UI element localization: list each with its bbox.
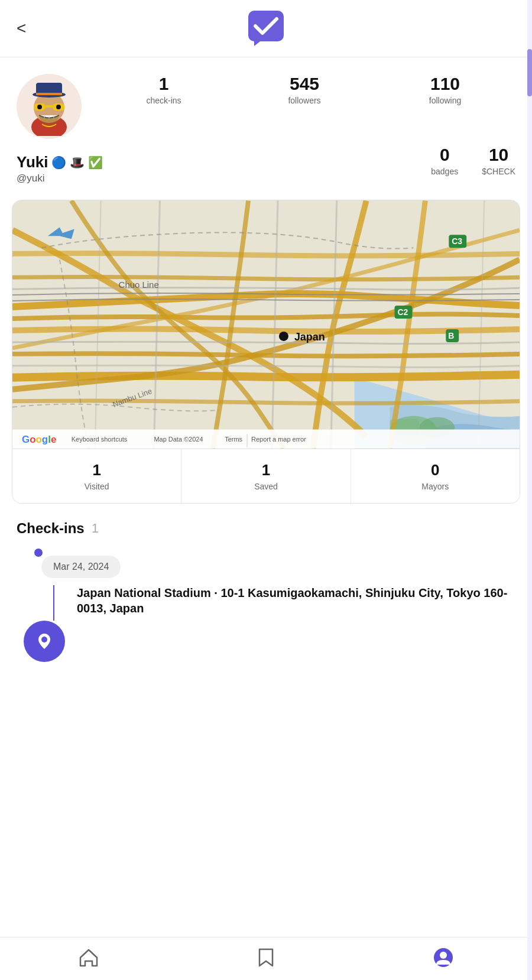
profile-left: Yuki 🔵 🎩 ✅ @yuki xyxy=(17,145,103,184)
checkins-count: 1 xyxy=(92,521,99,536)
stat-checkins[interactable]: 1 check-ins xyxy=(93,74,234,105)
svg-text:Japan: Japan xyxy=(294,331,325,343)
svg-point-40 xyxy=(440,952,447,959)
visited-label: Visited xyxy=(85,482,109,491)
profile-info-row: Yuki 🔵 🎩 ✅ @yuki 0 badges 10 $CHECK xyxy=(17,145,515,184)
checkins-header: Check-ins 1 xyxy=(17,520,515,537)
back-button[interactable]: < xyxy=(17,19,26,38)
profile-name-row: Yuki 🔵 🎩 ✅ xyxy=(17,153,103,171)
svg-rect-9 xyxy=(46,105,53,108)
svg-text:Google: Google xyxy=(22,434,56,445)
stats-grid: 1 check-ins 545 followers 110 following xyxy=(93,74,515,105)
bottom-spacer xyxy=(0,662,532,721)
header: < xyxy=(0,0,532,57)
svg-text:Chuo Line: Chuo Line xyxy=(119,280,159,290)
stat-badges[interactable]: 0 badges xyxy=(431,145,458,176)
check-tokens-value: 10 xyxy=(489,145,508,164)
followers-label: followers xyxy=(288,96,320,105)
map-section[interactable]: Chuo Line Nambu Line Nambu Line Japan C3… xyxy=(12,200,520,504)
stat-followers[interactable]: 545 followers xyxy=(234,74,375,105)
timeline-line-container xyxy=(19,585,65,662)
map-stat-mayors[interactable]: 0 Mayors xyxy=(351,449,520,503)
badge-blue: 🔵 xyxy=(51,155,66,170)
checkins-section: Check-ins 1 Mar 24, 2024 xyxy=(0,504,532,662)
avatar xyxy=(17,74,82,139)
svg-text:Report a map error: Report a map error xyxy=(251,436,306,443)
svg-text:Map Data ©2024: Map Data ©2024 xyxy=(154,436,203,443)
badges-label: badges xyxy=(431,167,458,176)
saved-label: Saved xyxy=(254,482,278,491)
checkin-row: Japan National Stadium · 10-1 Kasumigaok… xyxy=(19,585,513,662)
map-stats-row: 1 Visited 1 Saved 0 Mayors xyxy=(12,449,520,503)
checkins-title: Check-ins xyxy=(17,520,85,537)
scrollbar-thumb[interactable] xyxy=(527,49,532,96)
svg-text:Keyboard shortcuts: Keyboard shortcuts xyxy=(72,436,128,443)
app-logo xyxy=(248,11,284,46)
profile-right: 0 badges 10 $CHECK xyxy=(431,145,515,176)
profile-name: Yuki xyxy=(17,153,48,171)
date-row: Mar 24, 2024 xyxy=(30,556,121,578)
timeline-date-group: Mar 24, 2024 xyxy=(19,549,513,578)
svg-text:B: B xyxy=(448,331,454,340)
profile-top: 1 check-ins 545 followers 110 following xyxy=(17,74,515,139)
timeline-dot-top xyxy=(34,549,43,557)
svg-point-11 xyxy=(56,105,61,109)
followers-value: 545 xyxy=(290,74,319,93)
svg-point-10 xyxy=(37,105,42,109)
following-label: following xyxy=(429,96,461,105)
scrollbar[interactable] xyxy=(527,0,532,980)
profile-section: 1 check-ins 545 followers 110 following … xyxy=(0,57,532,194)
checkin-text: Japan National Stadium · 10-1 Kasumigaok… xyxy=(77,585,513,616)
timeline: Mar 24, 2024 Japan National Stadium · 10… xyxy=(17,549,515,662)
checkin-venue: Japan National Stadium · 10-1 Kasumigaok… xyxy=(77,586,507,615)
svg-rect-6 xyxy=(36,93,62,95)
check-tokens-label: $CHECK xyxy=(482,167,515,176)
date-badge: Mar 24, 2024 xyxy=(41,556,121,578)
svg-point-38 xyxy=(41,637,47,642)
checkins-label: check-ins xyxy=(146,96,181,105)
checkin-icon[interactable] xyxy=(24,621,65,662)
svg-text:C2: C2 xyxy=(397,307,408,317)
svg-point-22 xyxy=(279,332,288,341)
svg-text:C3: C3 xyxy=(452,236,462,246)
badge-hat: 🎩 xyxy=(70,155,85,170)
nav-bookmark-button[interactable] xyxy=(256,947,276,968)
nav-home-button[interactable] xyxy=(78,947,99,968)
checkins-value: 1 xyxy=(159,74,169,93)
map-container[interactable]: Chuo Line Nambu Line Nambu Line Japan C3… xyxy=(12,200,520,449)
stat-check-tokens[interactable]: 10 $CHECK xyxy=(482,145,515,176)
badges-value: 0 xyxy=(440,145,450,164)
mayors-label: Mayors xyxy=(421,482,449,491)
visited-value: 1 xyxy=(92,461,100,479)
mayors-value: 0 xyxy=(431,461,439,479)
profile-handle: @yuki xyxy=(17,173,103,184)
bottom-nav xyxy=(0,937,532,980)
following-value: 110 xyxy=(430,74,460,93)
svg-text:Terms: Terms xyxy=(225,436,242,443)
map-stat-saved[interactable]: 1 Saved xyxy=(181,449,351,503)
badge-verified: ✅ xyxy=(88,155,103,170)
timeline-line xyxy=(53,585,54,621)
nav-profile-button[interactable] xyxy=(433,947,454,968)
stat-following[interactable]: 110 following xyxy=(375,74,515,105)
map-stat-visited[interactable]: 1 Visited xyxy=(12,449,181,503)
saved-value: 1 xyxy=(262,461,270,479)
